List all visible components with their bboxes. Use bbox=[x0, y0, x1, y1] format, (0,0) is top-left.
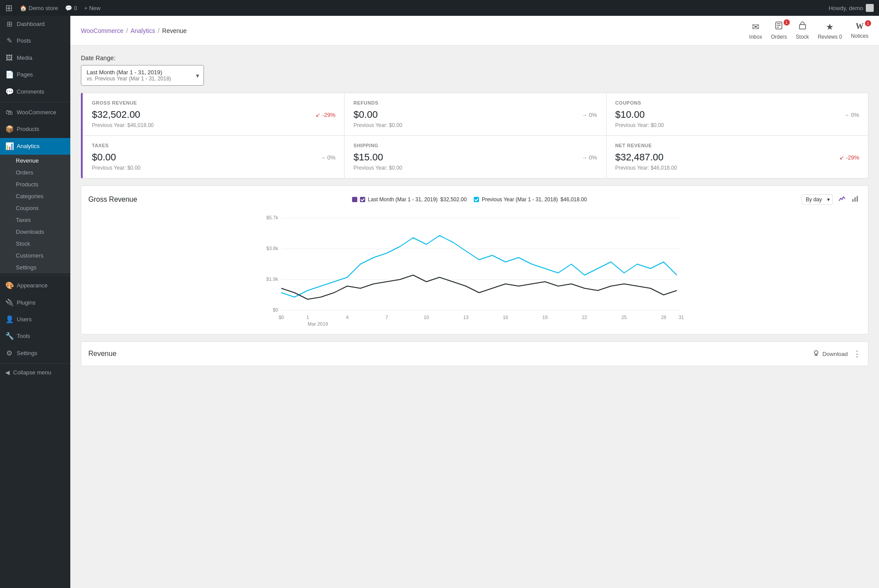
svg-text:22: 22 bbox=[582, 315, 587, 320]
legend-dot-current bbox=[352, 197, 357, 202]
date-range-main: Last Month (Mar 1 - 31, 2019) bbox=[87, 69, 188, 76]
comments-link[interactable]: 💬 0 bbox=[65, 5, 77, 11]
chart-legend: Last Month (Mar 1 - 31, 2019) $32,502.00… bbox=[352, 196, 587, 203]
download-button[interactable]: Download bbox=[813, 350, 848, 358]
svg-text:$5.7k: $5.7k bbox=[266, 215, 278, 220]
revenue-section: Revenue Download ⋮ bbox=[81, 341, 868, 366]
revenue-chart: $5.7k $3.8k $1.9k $0 bbox=[88, 211, 861, 326]
submenu-item-downloads[interactable]: Downloads bbox=[0, 226, 70, 238]
svg-text:7: 7 bbox=[385, 315, 388, 320]
pages-icon: 📄 bbox=[5, 70, 13, 80]
sidebar-item-plugins[interactable]: 🔌 Plugins bbox=[0, 294, 70, 311]
sidebar-item-appearance[interactable]: 🎨 Appearance bbox=[0, 277, 70, 294]
collapse-icon: ◀ bbox=[5, 369, 10, 376]
line-chart-button[interactable] bbox=[836, 193, 848, 206]
svg-text:1: 1 bbox=[306, 315, 309, 320]
users-icon: 👤 bbox=[5, 315, 13, 324]
dashboard-icon: ⊞ bbox=[5, 19, 13, 29]
notices-button[interactable]: W 1 Notices bbox=[851, 22, 868, 39]
submenu-item-customers[interactable]: Customers bbox=[0, 250, 70, 261]
submenu-item-products[interactable]: Products bbox=[0, 178, 70, 190]
chart-controls: By day ▾ bbox=[802, 193, 861, 206]
sidebar-item-media[interactable]: 🖼 Media bbox=[0, 50, 70, 66]
legend-value-previous: $46,018.00 bbox=[560, 196, 587, 203]
orders-label: Orders bbox=[771, 34, 787, 40]
collapse-menu-button[interactable]: ◀ Collapse menu bbox=[0, 366, 70, 379]
media-icon: 🖼 bbox=[5, 53, 13, 63]
stat-taxes: TAXES $0.00 → 0% Previous Year: $0.00 bbox=[83, 136, 345, 178]
legend-value-current: $32,502.00 bbox=[440, 196, 467, 203]
notices-icon: W bbox=[856, 22, 864, 31]
svg-text:31: 31 bbox=[679, 315, 684, 320]
breadcrumb: WooCommerce / Analytics / Revenue bbox=[81, 27, 187, 34]
svg-text:16: 16 bbox=[503, 315, 508, 320]
main-content: WooCommerce / Analytics / Revenue ✉ Inbo… bbox=[70, 16, 879, 588]
tools-icon: 🔧 bbox=[5, 331, 13, 341]
legend-label-current: Last Month (Mar 1 - 31, 2019) bbox=[368, 196, 438, 203]
stock-icon bbox=[798, 21, 807, 32]
reviews-label: Reviews 0 bbox=[818, 34, 842, 40]
purple-accent bbox=[81, 93, 83, 178]
orders-button[interactable]: 1 Orders bbox=[771, 21, 787, 40]
chart-view-buttons bbox=[836, 193, 861, 206]
dropdown-arrow-icon: ▾ bbox=[196, 72, 199, 79]
sidebar-item-settings[interactable]: ⚙ Settings bbox=[0, 345, 70, 362]
date-range-label: Date Range: bbox=[81, 54, 868, 62]
store-link[interactable]: 🏠 Demo store bbox=[20, 5, 58, 11]
stat-refunds: REFUNDS $0.00 → 0% Previous Year: $0.00 bbox=[345, 93, 606, 136]
stat-shipping: SHIPPING $15.00 → 0% Previous Year: $0.0… bbox=[345, 136, 606, 178]
inbox-button[interactable]: ✉ Inbox bbox=[749, 22, 762, 40]
sidebar-item-pages[interactable]: 📄 Pages bbox=[0, 66, 70, 83]
chart-title: Gross Revenue bbox=[88, 196, 137, 203]
legend-label-previous: Previous Year (Mar 1 - 31, 2018) bbox=[482, 196, 558, 203]
posts-icon: ✎ bbox=[5, 36, 13, 46]
svg-text:$1.9k: $1.9k bbox=[266, 276, 278, 282]
orders-badge: 1 bbox=[784, 19, 790, 25]
more-options-button[interactable]: ⋮ bbox=[853, 349, 861, 359]
submenu-item-revenue[interactable]: Revenue bbox=[0, 155, 70, 167]
notices-badge: 1 bbox=[865, 20, 871, 26]
submenu-item-settings[interactable]: Settings bbox=[0, 261, 70, 273]
bar-chart-button[interactable] bbox=[850, 193, 861, 206]
wp-logo-icon[interactable]: ⊞ bbox=[5, 3, 13, 13]
revenue-actions: Download ⋮ bbox=[813, 349, 861, 359]
svg-text:Mar 2019: Mar 2019 bbox=[308, 321, 328, 326]
submenu-item-coupons[interactable]: Coupons bbox=[0, 202, 70, 214]
sidebar-item-posts[interactable]: ✎ Posts bbox=[0, 33, 70, 49]
sidebar-item-tools[interactable]: 🔧 Tools bbox=[0, 328, 70, 345]
svg-rect-4 bbox=[799, 25, 806, 29]
legend-check-previous bbox=[474, 197, 479, 202]
svg-text:$0: $0 bbox=[273, 307, 278, 312]
revenue-table-title: Revenue bbox=[88, 350, 116, 358]
sidebar-item-products[interactable]: 📦 Products bbox=[0, 121, 70, 138]
chart-section: Gross Revenue Last Month (Mar 1 - 31, 20… bbox=[81, 185, 868, 334]
submenu-item-stock[interactable]: Stock bbox=[0, 238, 70, 250]
svg-point-31 bbox=[814, 351, 818, 354]
plugins-icon: 🔌 bbox=[5, 298, 13, 308]
stock-button[interactable]: Stock bbox=[796, 21, 809, 40]
date-range-select[interactable]: Last Month (Mar 1 - 31, 2019) vs. Previo… bbox=[81, 65, 204, 86]
inbox-icon: ✉ bbox=[752, 22, 759, 32]
by-day-select[interactable]: By day ▾ bbox=[802, 194, 833, 205]
sidebar-item-users[interactable]: 👤 Users bbox=[0, 311, 70, 328]
svg-text:$3.8k: $3.8k bbox=[266, 246, 278, 251]
sidebar-item-dashboard[interactable]: ⊞ Dashboard bbox=[0, 16, 70, 33]
avatar[interactable] bbox=[866, 4, 874, 12]
submenu-item-categories[interactable]: Categories bbox=[0, 190, 70, 202]
sidebar-item-woocommerce[interactable]: 🛍 WooCommerce bbox=[0, 104, 70, 121]
date-range-compare: vs. Previous Year (Mar 1 - 31, 2018) bbox=[87, 76, 188, 82]
appearance-icon: 🎨 bbox=[5, 281, 13, 290]
breadcrumb-woocommerce[interactable]: WooCommerce bbox=[81, 27, 123, 34]
submenu-item-taxes[interactable]: Taxes bbox=[0, 214, 70, 226]
breadcrumb-analytics[interactable]: Analytics bbox=[131, 27, 155, 34]
sidebar-item-comments[interactable]: 💬 Comments bbox=[0, 83, 70, 100]
comments-icon: 💬 bbox=[5, 87, 13, 97]
settings-icon: ⚙ bbox=[5, 348, 13, 358]
submenu-item-orders[interactable]: Orders bbox=[0, 167, 70, 178]
reviews-button[interactable]: ★ Reviews 0 bbox=[818, 22, 842, 40]
svg-text:$0: $0 bbox=[279, 315, 284, 320]
svg-rect-6 bbox=[474, 197, 479, 202]
svg-text:4: 4 bbox=[346, 315, 349, 320]
sidebar-item-analytics[interactable]: 📊 Analytics bbox=[0, 138, 70, 155]
new-link[interactable]: + New bbox=[84, 5, 100, 11]
